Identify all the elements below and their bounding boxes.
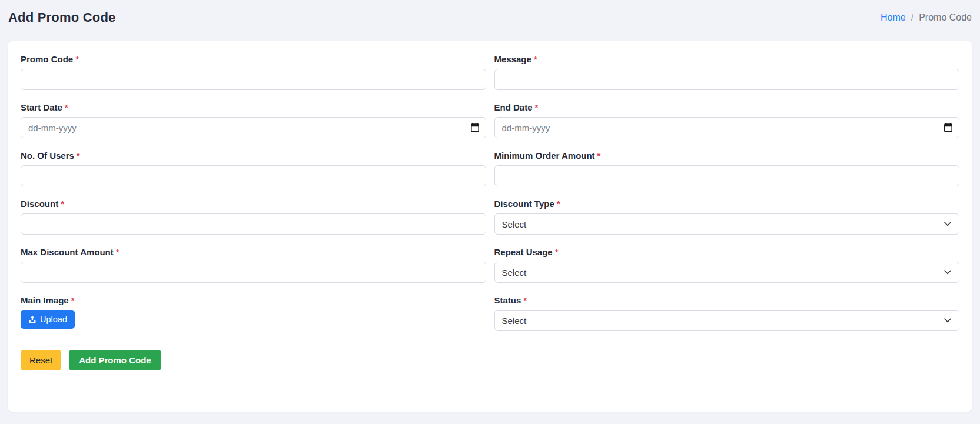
promo-code-form-card: Promo Code* Message* Start Date*: [8, 41, 972, 412]
start-date-label-text: Start Date: [21, 102, 62, 112]
promo-code-label-text: Promo Code: [21, 54, 73, 64]
chevron-down-icon: [944, 318, 951, 323]
field-message: Message*: [494, 54, 960, 90]
upload-icon: [28, 315, 36, 323]
field-discount: Discount*: [21, 199, 486, 235]
required-marker: *: [116, 247, 119, 257]
upload-button[interactable]: Upload: [21, 310, 75, 329]
repeat-usage-label: Repeat Usage*: [494, 247, 960, 257]
required-marker: *: [523, 295, 527, 305]
promo-code-input[interactable]: [21, 69, 486, 90]
discount-label-text: Discount: [21, 199, 58, 209]
message-label: Message*: [494, 54, 960, 64]
field-main-image: Main Image* Upload: [21, 295, 486, 331]
no-of-users-label-text: No. Of Users: [21, 151, 74, 161]
field-promo-code: Promo Code*: [21, 54, 486, 90]
repeat-usage-label-text: Repeat Usage: [494, 247, 553, 257]
chevron-down-icon: [944, 270, 951, 275]
field-end-date: End Date*: [494, 102, 960, 138]
minimum-order-amount-label-text: Minimum Order Amount: [494, 151, 595, 161]
status-label-text: Status: [494, 295, 521, 305]
field-max-discount-amount: Max Discount Amount*: [21, 247, 486, 283]
page-title: Add Promo Code: [8, 10, 115, 25]
calendar-icon[interactable]: [470, 123, 480, 133]
no-of-users-input[interactable]: [21, 165, 486, 186]
end-date-control: [494, 117, 960, 138]
discount-label: Discount*: [21, 199, 486, 209]
field-status: Status* Select: [494, 295, 960, 331]
main-image-label: Main Image*: [21, 295, 486, 305]
repeat-usage-selected-value: Select: [502, 268, 527, 278]
required-marker: *: [557, 199, 560, 209]
form-actions: Reset Add Promo Code: [21, 350, 959, 370]
promo-code-label: Promo Code*: [21, 54, 486, 64]
discount-type-selected-value: Select: [502, 219, 527, 229]
minimum-order-amount-label: Minimum Order Amount*: [494, 151, 960, 161]
upload-button-label: Upload: [40, 315, 67, 324]
max-discount-amount-label-text: Max Discount Amount: [21, 247, 114, 257]
required-marker: *: [75, 54, 79, 64]
page-header: Add Promo Code Home / Promo Code: [0, 0, 980, 34]
required-marker: *: [61, 199, 64, 209]
message-input[interactable]: [494, 69, 960, 90]
reset-button[interactable]: Reset: [21, 350, 61, 370]
field-repeat-usage: Repeat Usage* Select: [494, 247, 960, 283]
start-date-input[interactable]: [21, 117, 486, 138]
main-image-label-text: Main Image: [21, 295, 69, 305]
required-marker: *: [535, 102, 539, 112]
field-discount-type: Discount Type* Select: [494, 199, 960, 235]
calendar-icon[interactable]: [944, 123, 953, 133]
status-select[interactable]: Select: [494, 310, 960, 331]
chevron-down-icon: [944, 222, 951, 226]
no-of-users-label: No. Of Users*: [21, 151, 486, 161]
breadcrumb-current: Promo Code: [919, 12, 972, 23]
max-discount-amount-input[interactable]: [21, 262, 486, 283]
breadcrumb: Home / Promo Code: [881, 12, 972, 23]
required-marker: *: [71, 295, 75, 305]
breadcrumb-separator: /: [911, 12, 913, 23]
discount-type-select[interactable]: Select: [494, 213, 960, 235]
add-promo-code-form: Promo Code* Message* Start Date*: [21, 54, 959, 370]
discount-input[interactable]: [21, 213, 486, 235]
end-date-label-text: End Date: [494, 102, 533, 112]
field-minimum-order-amount: Minimum Order Amount*: [494, 151, 960, 186]
status-selected-value: Select: [502, 316, 527, 326]
repeat-usage-select[interactable]: Select: [494, 262, 960, 283]
status-label: Status*: [494, 295, 960, 305]
discount-type-label-text: Discount Type: [494, 199, 554, 209]
max-discount-amount-label: Max Discount Amount*: [21, 247, 486, 257]
minimum-order-amount-input[interactable]: [494, 165, 960, 186]
discount-type-label: Discount Type*: [494, 199, 960, 209]
end-date-label: End Date*: [494, 102, 960, 112]
required-marker: *: [597, 151, 601, 161]
start-date-control: [21, 117, 486, 138]
end-date-input[interactable]: [494, 117, 960, 138]
required-marker: *: [77, 151, 80, 161]
add-promo-code-button[interactable]: Add Promo Code: [69, 350, 161, 370]
message-label-text: Message: [494, 54, 531, 64]
required-marker: *: [534, 54, 537, 64]
field-no-of-users: No. Of Users*: [21, 151, 486, 186]
start-date-label: Start Date*: [21, 102, 486, 112]
required-marker: *: [65, 102, 68, 112]
required-marker: *: [555, 247, 559, 257]
field-start-date: Start Date*: [21, 102, 486, 138]
breadcrumb-home-link[interactable]: Home: [881, 12, 906, 23]
